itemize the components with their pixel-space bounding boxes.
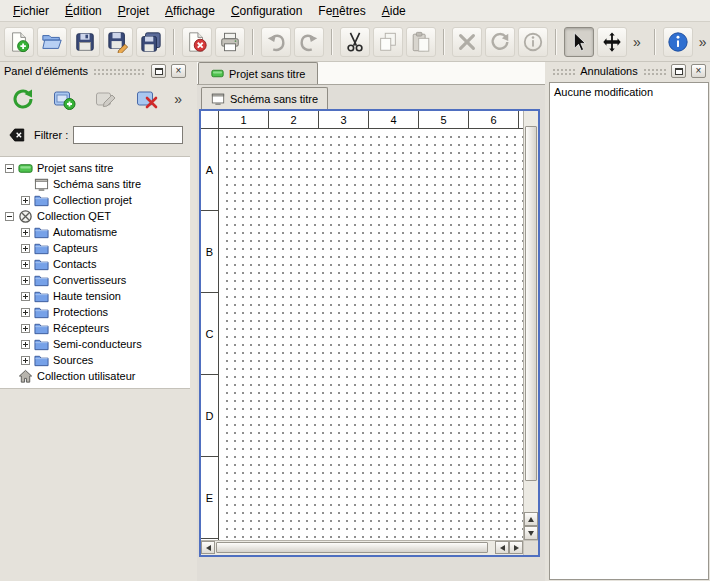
menu-aide[interactable]: Aide: [374, 1, 414, 21]
printer-icon: [219, 31, 241, 53]
menu-edition[interactable]: Édition: [57, 1, 110, 21]
close-panel-button[interactable]: ×: [691, 64, 706, 78]
folder-icon: [34, 273, 49, 288]
clear-filter-button[interactable]: [5, 125, 29, 145]
about-qet-button[interactable]: [663, 27, 693, 57]
menu-fenetres[interactable]: Fenêtres: [310, 1, 373, 21]
menu-affichage[interactable]: Affichage: [157, 1, 223, 21]
dock-grip-handle[interactable]: [93, 67, 146, 75]
folder-icon: [34, 193, 49, 208]
menu-projet[interactable]: Projet: [110, 1, 157, 21]
close-panel-button[interactable]: ×: [171, 64, 186, 78]
tree-item-label: Collection QET: [37, 210, 111, 222]
menu-configuration[interactable]: Configuration: [223, 1, 310, 21]
expand-icon[interactable]: [21, 356, 30, 365]
tree-item-automatisme[interactable]: Automatisme: [0, 224, 190, 240]
schema-canvas[interactable]: [220, 130, 523, 540]
home-icon: [18, 369, 33, 384]
new-element-button[interactable]: [50, 85, 80, 113]
dock-grip-handle[interactable]: [552, 67, 575, 75]
expand-icon[interactable]: [21, 324, 30, 333]
scroll-up-button[interactable]: [524, 512, 538, 526]
copy-button[interactable]: [373, 27, 403, 57]
tab-schema-sans-titre[interactable]: Schéma sans titre: [201, 87, 328, 109]
tree-item-haute-tension[interactable]: Haute tension: [0, 288, 190, 304]
float-panel-button[interactable]: [151, 64, 166, 78]
tree-item-label: Sources: [53, 354, 93, 366]
undo-panel: Annulations × Aucune modification: [548, 62, 710, 581]
tree-item-collection-projet[interactable]: Collection projet: [0, 192, 190, 208]
scroll-left-button-2[interactable]: [495, 541, 509, 554]
arrow-left-icon: [206, 545, 211, 551]
main-toolbar: » »: [0, 22, 710, 62]
toolbar-overflow-chevron-right[interactable]: »: [696, 34, 710, 50]
cursor-arrow-icon: [568, 31, 590, 53]
menu-fichier[interactable]: Fichier: [5, 1, 57, 21]
delete-button[interactable]: [452, 27, 482, 57]
redo-button[interactable]: [294, 27, 324, 57]
reload-collections-button[interactable]: [8, 85, 38, 113]
undo-panel-titlebar: Annulations ×: [548, 62, 710, 80]
vertical-scrollbar-thumb[interactable]: [525, 126, 537, 481]
tab-projet-sans-titre[interactable]: Projet sans titre: [198, 62, 318, 84]
expand-icon[interactable]: [21, 276, 30, 285]
rotate-button[interactable]: [485, 27, 515, 57]
undo-button[interactable]: [261, 27, 291, 57]
expand-icon[interactable]: [21, 244, 30, 253]
expand-icon[interactable]: [21, 292, 30, 301]
expand-icon[interactable]: [21, 308, 30, 317]
tree-item-label: Capteurs: [53, 242, 98, 254]
tree-item-collection-utilisateur[interactable]: Collection utilisateur: [0, 368, 190, 384]
vertical-scrollbar[interactable]: [523, 111, 538, 540]
scroll-left-button[interactable]: [201, 541, 215, 554]
tree-item-schema[interactable]: Schéma sans titre: [0, 176, 190, 192]
tree-item-collection-qet[interactable]: Collection QET: [0, 208, 190, 224]
save-as-button[interactable]: [103, 27, 133, 57]
horizontal-scrollbar-thumb[interactable]: [216, 542, 488, 553]
paste-button[interactable]: [406, 27, 436, 57]
delete-element-button[interactable]: [133, 85, 163, 113]
horizontal-scrollbar[interactable]: [201, 540, 523, 555]
filter-input[interactable]: [73, 126, 183, 144]
column-header-cell: 2: [269, 111, 319, 128]
print-button[interactable]: [215, 27, 245, 57]
save-all-button[interactable]: [136, 27, 166, 57]
expand-icon[interactable]: [21, 340, 30, 349]
project-icon: [18, 161, 33, 176]
new-document-button[interactable]: [4, 27, 34, 57]
undo-history-list[interactable]: Aucune modification: [549, 82, 709, 580]
close-document-button[interactable]: [182, 27, 212, 57]
tree-item-semi-conducteurs[interactable]: Semi-conducteurs: [0, 336, 190, 352]
tree-item-contacts[interactable]: Contacts: [0, 256, 190, 272]
dock-grip-handle[interactable]: [643, 67, 666, 75]
save-button[interactable]: [70, 27, 100, 57]
folder-icon: [34, 353, 49, 368]
tree-item-protections[interactable]: Protections: [0, 304, 190, 320]
scroll-right-button[interactable]: [509, 541, 523, 554]
open-document-button[interactable]: [37, 27, 67, 57]
scroll-down-button[interactable]: [524, 526, 538, 540]
panel-overflow-chevron[interactable]: »: [174, 91, 182, 107]
edit-element-button[interactable]: [91, 85, 121, 113]
toolbar-overflow-chevron[interactable]: »: [630, 34, 644, 50]
move-mode-button[interactable]: [597, 27, 627, 57]
tree-item-sources[interactable]: Sources: [0, 352, 190, 368]
expand-icon[interactable]: [21, 196, 30, 205]
collapse-icon[interactable]: [5, 164, 14, 173]
expand-icon[interactable]: [21, 228, 30, 237]
elements-panel: Panel d'éléments × » Filtrer :: [0, 62, 190, 581]
float-panel-button[interactable]: [671, 64, 686, 78]
tree-item-recepteurs[interactable]: Récepteurs: [0, 320, 190, 336]
collapse-icon[interactable]: [5, 212, 14, 221]
cut-button[interactable]: [340, 27, 370, 57]
select-mode-button[interactable]: [564, 27, 594, 57]
tree-item-capteurs[interactable]: Capteurs: [0, 240, 190, 256]
move-arrows-icon: [601, 31, 623, 53]
expand-icon[interactable]: [21, 260, 30, 269]
tree-item-convertisseurs[interactable]: Convertisseurs: [0, 272, 190, 288]
element-info-button[interactable]: [518, 27, 548, 57]
column-header-cell: 3: [319, 111, 369, 128]
toolbar-separator: [443, 29, 445, 55]
tree-item-project[interactable]: Projet sans titre: [0, 160, 190, 176]
tree-item-label: Convertisseurs: [53, 274, 126, 286]
